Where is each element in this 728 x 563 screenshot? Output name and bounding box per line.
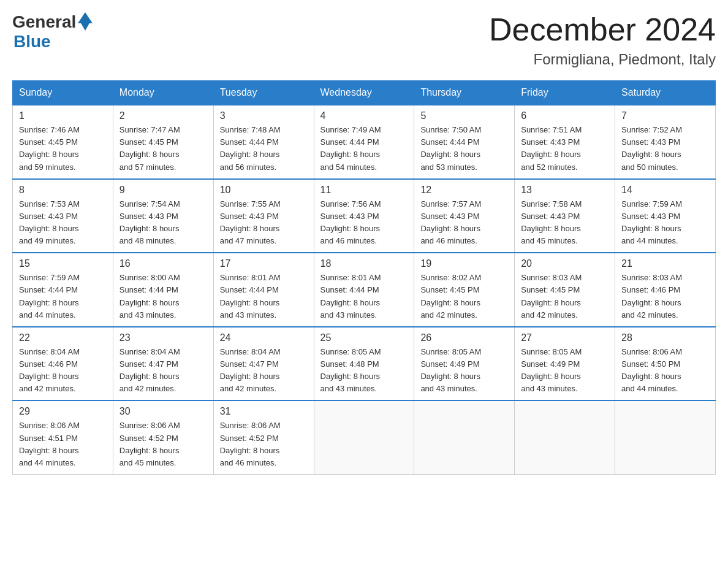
- calendar-cell: 15 Sunrise: 7:59 AM Sunset: 4:44 PM Dayl…: [13, 253, 113, 327]
- day-info: Sunrise: 7:49 AM Sunset: 4:44 PM Dayligh…: [320, 124, 408, 174]
- day-number: 16: [119, 258, 207, 269]
- calendar-cell: 8 Sunrise: 7:53 AM Sunset: 4:43 PM Dayli…: [13, 179, 113, 253]
- weekday-header-thursday: Thursday: [414, 81, 515, 105]
- calendar-cell: 25 Sunrise: 8:05 AM Sunset: 4:48 PM Dayl…: [314, 327, 414, 401]
- day-info: Sunrise: 7:52 AM Sunset: 4:43 PM Dayligh…: [621, 124, 709, 174]
- day-info: Sunrise: 8:02 AM Sunset: 4:45 PM Dayligh…: [420, 272, 508, 321]
- day-info: Sunrise: 8:04 AM Sunset: 4:47 PM Dayligh…: [220, 346, 308, 396]
- day-number: 27: [521, 332, 609, 343]
- calendar-cell: 19 Sunrise: 8:02 AM Sunset: 4:45 PM Dayl…: [414, 253, 515, 327]
- calendar-month-year: December 2024: [489, 12, 716, 47]
- calendar-week-row: 15 Sunrise: 7:59 AM Sunset: 4:44 PM Dayl…: [13, 253, 716, 327]
- day-number: 8: [19, 185, 107, 196]
- calendar-location: Formigliana, Piedmont, Italy: [489, 51, 716, 68]
- day-info: Sunrise: 7:55 AM Sunset: 4:43 PM Dayligh…: [220, 198, 308, 248]
- weekday-header-friday: Friday: [515, 81, 615, 105]
- day-info: Sunrise: 8:00 AM Sunset: 4:44 PM Dayligh…: [119, 272, 207, 321]
- calendar-cell: 18 Sunrise: 8:01 AM Sunset: 4:44 PM Dayl…: [314, 253, 414, 327]
- day-info: Sunrise: 8:06 AM Sunset: 4:52 PM Dayligh…: [220, 419, 308, 469]
- day-info: Sunrise: 7:50 AM Sunset: 4:44 PM Dayligh…: [420, 124, 508, 174]
- calendar-cell: 5 Sunrise: 7:50 AM Sunset: 4:44 PM Dayli…: [414, 105, 515, 179]
- day-number: 31: [220, 406, 308, 417]
- weekday-header-tuesday: Tuesday: [213, 81, 314, 105]
- day-info: Sunrise: 7:58 AM Sunset: 4:43 PM Dayligh…: [521, 198, 609, 248]
- calendar-cell: 30 Sunrise: 8:06 AM Sunset: 4:52 PM Dayl…: [113, 400, 213, 474]
- calendar-week-row: 22 Sunrise: 8:04 AM Sunset: 4:46 PM Dayl…: [13, 327, 716, 401]
- day-number: 13: [521, 185, 609, 196]
- day-info: Sunrise: 7:47 AM Sunset: 4:45 PM Dayligh…: [119, 124, 207, 174]
- weekday-header-monday: Monday: [113, 81, 213, 105]
- day-info: Sunrise: 8:06 AM Sunset: 4:50 PM Dayligh…: [621, 346, 709, 396]
- day-info: Sunrise: 8:06 AM Sunset: 4:52 PM Dayligh…: [119, 419, 207, 469]
- calendar-cell: 10 Sunrise: 7:55 AM Sunset: 4:43 PM Dayl…: [213, 179, 314, 253]
- day-number: 19: [420, 258, 508, 269]
- calendar-cell: 4 Sunrise: 7:49 AM Sunset: 4:44 PM Dayli…: [314, 105, 414, 179]
- day-number: 24: [220, 332, 308, 343]
- day-number: 23: [119, 332, 207, 343]
- day-info: Sunrise: 8:01 AM Sunset: 4:44 PM Dayligh…: [220, 272, 308, 321]
- day-number: 28: [621, 332, 709, 343]
- calendar-header-row: SundayMondayTuesdayWednesdayThursdayFrid…: [13, 81, 716, 105]
- day-info: Sunrise: 7:48 AM Sunset: 4:44 PM Dayligh…: [220, 124, 308, 174]
- day-number: 30: [119, 406, 207, 417]
- calendar-week-row: 29 Sunrise: 8:06 AM Sunset: 4:51 PM Dayl…: [13, 400, 716, 474]
- calendar-cell: 31 Sunrise: 8:06 AM Sunset: 4:52 PM Dayl…: [213, 400, 314, 474]
- calendar-cell: 24 Sunrise: 8:04 AM Sunset: 4:47 PM Dayl…: [213, 327, 314, 401]
- calendar-title-area: December 2024 Formigliana, Piedmont, Ita…: [489, 12, 716, 68]
- calendar-cell: 17 Sunrise: 8:01 AM Sunset: 4:44 PM Dayl…: [213, 253, 314, 327]
- calendar-cell: 23 Sunrise: 8:04 AM Sunset: 4:47 PM Dayl…: [113, 327, 213, 401]
- calendar-cell: 2 Sunrise: 7:47 AM Sunset: 4:45 PM Dayli…: [113, 105, 213, 179]
- logo-general-text: General: [12, 12, 76, 32]
- day-info: Sunrise: 7:46 AM Sunset: 4:45 PM Dayligh…: [19, 124, 107, 174]
- day-number: 7: [621, 110, 709, 121]
- day-number: 12: [420, 185, 508, 196]
- weekday-header-saturday: Saturday: [615, 81, 716, 105]
- day-number: 29: [19, 406, 107, 417]
- day-info: Sunrise: 7:59 AM Sunset: 4:43 PM Dayligh…: [621, 198, 709, 248]
- day-info: Sunrise: 8:04 AM Sunset: 4:46 PM Dayligh…: [19, 346, 107, 396]
- calendar-cell: 21 Sunrise: 8:03 AM Sunset: 4:46 PM Dayl…: [615, 253, 716, 327]
- day-number: 15: [19, 258, 107, 269]
- calendar-cell: 1 Sunrise: 7:46 AM Sunset: 4:45 PM Dayli…: [13, 105, 113, 179]
- day-number: 3: [220, 110, 308, 121]
- calendar-cell: 3 Sunrise: 7:48 AM Sunset: 4:44 PM Dayli…: [213, 105, 314, 179]
- day-info: Sunrise: 8:06 AM Sunset: 4:51 PM Dayligh…: [19, 419, 107, 469]
- calendar-cell: 26 Sunrise: 8:05 AM Sunset: 4:49 PM Dayl…: [414, 327, 515, 401]
- weekday-header-sunday: Sunday: [13, 81, 113, 105]
- calendar-cell: [515, 400, 615, 474]
- calendar-week-row: 1 Sunrise: 7:46 AM Sunset: 4:45 PM Dayli…: [13, 105, 716, 179]
- day-number: 2: [119, 110, 207, 121]
- calendar-cell: 7 Sunrise: 7:52 AM Sunset: 4:43 PM Dayli…: [615, 105, 716, 179]
- calendar-cell: 12 Sunrise: 7:57 AM Sunset: 4:43 PM Dayl…: [414, 179, 515, 253]
- day-number: 5: [420, 110, 508, 121]
- logo: General Blue: [12, 12, 93, 52]
- day-number: 9: [119, 185, 207, 196]
- calendar-cell: [615, 400, 716, 474]
- calendar-cell: 11 Sunrise: 7:56 AM Sunset: 4:43 PM Dayl…: [314, 179, 414, 253]
- day-info: Sunrise: 7:56 AM Sunset: 4:43 PM Dayligh…: [320, 198, 408, 248]
- day-number: 1: [19, 110, 107, 121]
- day-info: Sunrise: 8:05 AM Sunset: 4:49 PM Dayligh…: [521, 346, 609, 396]
- day-number: 20: [521, 258, 609, 269]
- calendar-cell: 6 Sunrise: 7:51 AM Sunset: 4:43 PM Dayli…: [515, 105, 615, 179]
- day-info: Sunrise: 7:53 AM Sunset: 4:43 PM Dayligh…: [19, 198, 107, 248]
- day-number: 26: [420, 332, 508, 343]
- day-info: Sunrise: 8:03 AM Sunset: 4:46 PM Dayligh…: [621, 272, 709, 321]
- day-info: Sunrise: 7:59 AM Sunset: 4:44 PM Dayligh…: [19, 272, 107, 321]
- day-info: Sunrise: 8:04 AM Sunset: 4:47 PM Dayligh…: [119, 346, 207, 396]
- logo-blue-text: Blue: [13, 32, 51, 52]
- day-number: 6: [521, 110, 609, 121]
- calendar-cell: 14 Sunrise: 7:59 AM Sunset: 4:43 PM Dayl…: [615, 179, 716, 253]
- day-number: 17: [220, 258, 308, 269]
- day-info: Sunrise: 8:05 AM Sunset: 4:48 PM Dayligh…: [320, 346, 408, 396]
- day-number: 11: [320, 185, 408, 196]
- day-info: Sunrise: 7:51 AM Sunset: 4:43 PM Dayligh…: [521, 124, 609, 174]
- calendar-week-row: 8 Sunrise: 7:53 AM Sunset: 4:43 PM Dayli…: [13, 179, 716, 253]
- calendar-cell: 29 Sunrise: 8:06 AM Sunset: 4:51 PM Dayl…: [13, 400, 113, 474]
- day-info: Sunrise: 8:01 AM Sunset: 4:44 PM Dayligh…: [320, 272, 408, 321]
- day-number: 21: [621, 258, 709, 269]
- page-header: General Blue December 2024 Formigliana, …: [12, 12, 716, 68]
- calendar-cell: 20 Sunrise: 8:03 AM Sunset: 4:45 PM Dayl…: [515, 253, 615, 327]
- day-info: Sunrise: 7:57 AM Sunset: 4:43 PM Dayligh…: [420, 198, 508, 248]
- calendar-cell: 28 Sunrise: 8:06 AM Sunset: 4:50 PM Dayl…: [615, 327, 716, 401]
